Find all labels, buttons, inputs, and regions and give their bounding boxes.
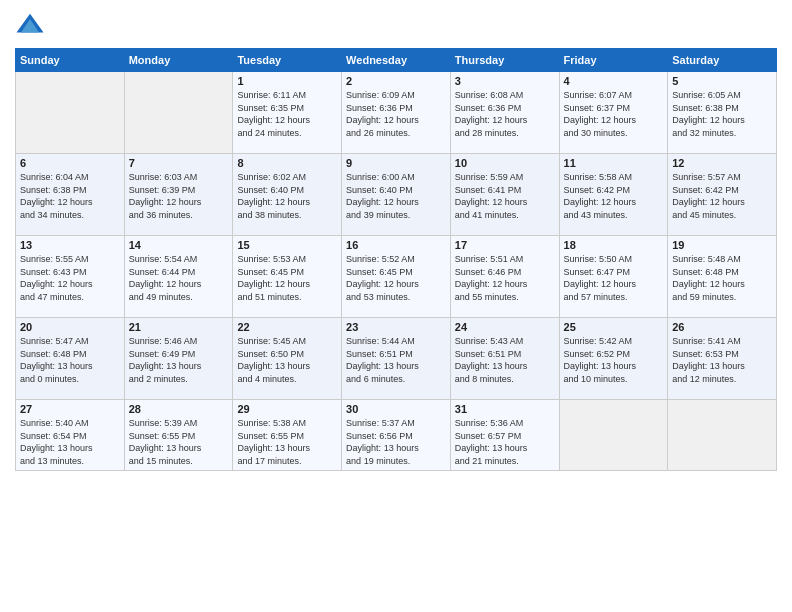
day-info: Sunrise: 5:58 AM Sunset: 6:42 PM Dayligh… <box>564 171 664 221</box>
day-info: Sunrise: 5:44 AM Sunset: 6:51 PM Dayligh… <box>346 335 446 385</box>
day-number: 8 <box>237 157 337 169</box>
day-info: Sunrise: 6:05 AM Sunset: 6:38 PM Dayligh… <box>672 89 772 139</box>
logo <box>15 10 49 40</box>
calendar-cell: 10Sunrise: 5:59 AM Sunset: 6:41 PM Dayli… <box>450 154 559 236</box>
day-number: 22 <box>237 321 337 333</box>
day-info: Sunrise: 6:03 AM Sunset: 6:39 PM Dayligh… <box>129 171 229 221</box>
calendar-cell: 2Sunrise: 6:09 AM Sunset: 6:36 PM Daylig… <box>342 72 451 154</box>
calendar-cell: 15Sunrise: 5:53 AM Sunset: 6:45 PM Dayli… <box>233 236 342 318</box>
calendar-cell: 31Sunrise: 5:36 AM Sunset: 6:57 PM Dayli… <box>450 400 559 471</box>
calendar-cell <box>559 400 668 471</box>
calendar-cell: 6Sunrise: 6:04 AM Sunset: 6:38 PM Daylig… <box>16 154 125 236</box>
day-info: Sunrise: 6:11 AM Sunset: 6:35 PM Dayligh… <box>237 89 337 139</box>
calendar-cell: 8Sunrise: 6:02 AM Sunset: 6:40 PM Daylig… <box>233 154 342 236</box>
day-header-thursday: Thursday <box>450 49 559 72</box>
day-info: Sunrise: 5:59 AM Sunset: 6:41 PM Dayligh… <box>455 171 555 221</box>
calendar-cell: 30Sunrise: 5:37 AM Sunset: 6:56 PM Dayli… <box>342 400 451 471</box>
day-number: 27 <box>20 403 120 415</box>
day-number: 13 <box>20 239 120 251</box>
calendar-cell <box>668 400 777 471</box>
calendar-cell: 16Sunrise: 5:52 AM Sunset: 6:45 PM Dayli… <box>342 236 451 318</box>
calendar-week-row: 6Sunrise: 6:04 AM Sunset: 6:38 PM Daylig… <box>16 154 777 236</box>
day-info: Sunrise: 6:07 AM Sunset: 6:37 PM Dayligh… <box>564 89 664 139</box>
day-number: 24 <box>455 321 555 333</box>
day-info: Sunrise: 5:41 AM Sunset: 6:53 PM Dayligh… <box>672 335 772 385</box>
calendar-cell: 7Sunrise: 6:03 AM Sunset: 6:39 PM Daylig… <box>124 154 233 236</box>
day-number: 9 <box>346 157 446 169</box>
calendar-cell: 18Sunrise: 5:50 AM Sunset: 6:47 PM Dayli… <box>559 236 668 318</box>
day-info: Sunrise: 5:47 AM Sunset: 6:48 PM Dayligh… <box>20 335 120 385</box>
calendar-cell: 20Sunrise: 5:47 AM Sunset: 6:48 PM Dayli… <box>16 318 125 400</box>
calendar-week-row: 27Sunrise: 5:40 AM Sunset: 6:54 PM Dayli… <box>16 400 777 471</box>
day-info: Sunrise: 5:50 AM Sunset: 6:47 PM Dayligh… <box>564 253 664 303</box>
calendar-cell: 21Sunrise: 5:46 AM Sunset: 6:49 PM Dayli… <box>124 318 233 400</box>
day-number: 1 <box>237 75 337 87</box>
day-number: 19 <box>672 239 772 251</box>
day-info: Sunrise: 6:09 AM Sunset: 6:36 PM Dayligh… <box>346 89 446 139</box>
calendar-cell: 28Sunrise: 5:39 AM Sunset: 6:55 PM Dayli… <box>124 400 233 471</box>
day-number: 20 <box>20 321 120 333</box>
day-number: 4 <box>564 75 664 87</box>
day-number: 10 <box>455 157 555 169</box>
day-number: 6 <box>20 157 120 169</box>
day-info: Sunrise: 5:38 AM Sunset: 6:55 PM Dayligh… <box>237 417 337 467</box>
day-number: 25 <box>564 321 664 333</box>
day-number: 15 <box>237 239 337 251</box>
day-info: Sunrise: 6:00 AM Sunset: 6:40 PM Dayligh… <box>346 171 446 221</box>
day-header-friday: Friday <box>559 49 668 72</box>
calendar-cell: 27Sunrise: 5:40 AM Sunset: 6:54 PM Dayli… <box>16 400 125 471</box>
logo-icon <box>15 10 45 40</box>
day-info: Sunrise: 5:54 AM Sunset: 6:44 PM Dayligh… <box>129 253 229 303</box>
calendar-cell: 17Sunrise: 5:51 AM Sunset: 6:46 PM Dayli… <box>450 236 559 318</box>
day-number: 18 <box>564 239 664 251</box>
calendar-cell: 22Sunrise: 5:45 AM Sunset: 6:50 PM Dayli… <box>233 318 342 400</box>
calendar-cell: 3Sunrise: 6:08 AM Sunset: 6:36 PM Daylig… <box>450 72 559 154</box>
day-number: 7 <box>129 157 229 169</box>
calendar-cell: 9Sunrise: 6:00 AM Sunset: 6:40 PM Daylig… <box>342 154 451 236</box>
page: SundayMondayTuesdayWednesdayThursdayFrid… <box>0 0 792 612</box>
calendar-cell <box>124 72 233 154</box>
day-number: 16 <box>346 239 446 251</box>
day-info: Sunrise: 5:42 AM Sunset: 6:52 PM Dayligh… <box>564 335 664 385</box>
day-info: Sunrise: 5:45 AM Sunset: 6:50 PM Dayligh… <box>237 335 337 385</box>
day-number: 3 <box>455 75 555 87</box>
day-number: 5 <box>672 75 772 87</box>
calendar-cell: 24Sunrise: 5:43 AM Sunset: 6:51 PM Dayli… <box>450 318 559 400</box>
day-header-wednesday: Wednesday <box>342 49 451 72</box>
day-info: Sunrise: 5:39 AM Sunset: 6:55 PM Dayligh… <box>129 417 229 467</box>
calendar-cell: 5Sunrise: 6:05 AM Sunset: 6:38 PM Daylig… <box>668 72 777 154</box>
day-info: Sunrise: 5:52 AM Sunset: 6:45 PM Dayligh… <box>346 253 446 303</box>
calendar-week-row: 1Sunrise: 6:11 AM Sunset: 6:35 PM Daylig… <box>16 72 777 154</box>
calendar-cell: 25Sunrise: 5:42 AM Sunset: 6:52 PM Dayli… <box>559 318 668 400</box>
day-info: Sunrise: 6:04 AM Sunset: 6:38 PM Dayligh… <box>20 171 120 221</box>
calendar-cell: 14Sunrise: 5:54 AM Sunset: 6:44 PM Dayli… <box>124 236 233 318</box>
calendar-cell: 23Sunrise: 5:44 AM Sunset: 6:51 PM Dayli… <box>342 318 451 400</box>
day-number: 17 <box>455 239 555 251</box>
day-number: 12 <box>672 157 772 169</box>
day-header-saturday: Saturday <box>668 49 777 72</box>
day-info: Sunrise: 5:48 AM Sunset: 6:48 PM Dayligh… <box>672 253 772 303</box>
day-number: 31 <box>455 403 555 415</box>
day-info: Sunrise: 5:55 AM Sunset: 6:43 PM Dayligh… <box>20 253 120 303</box>
calendar-cell: 12Sunrise: 5:57 AM Sunset: 6:42 PM Dayli… <box>668 154 777 236</box>
day-info: Sunrise: 5:40 AM Sunset: 6:54 PM Dayligh… <box>20 417 120 467</box>
day-number: 29 <box>237 403 337 415</box>
day-number: 26 <box>672 321 772 333</box>
header <box>15 10 777 40</box>
day-header-sunday: Sunday <box>16 49 125 72</box>
day-info: Sunrise: 5:43 AM Sunset: 6:51 PM Dayligh… <box>455 335 555 385</box>
calendar-cell <box>16 72 125 154</box>
day-number: 23 <box>346 321 446 333</box>
day-header-tuesday: Tuesday <box>233 49 342 72</box>
day-header-monday: Monday <box>124 49 233 72</box>
day-info: Sunrise: 6:08 AM Sunset: 6:36 PM Dayligh… <box>455 89 555 139</box>
calendar-cell: 1Sunrise: 6:11 AM Sunset: 6:35 PM Daylig… <box>233 72 342 154</box>
calendar: SundayMondayTuesdayWednesdayThursdayFrid… <box>15 48 777 471</box>
day-number: 28 <box>129 403 229 415</box>
calendar-week-row: 13Sunrise: 5:55 AM Sunset: 6:43 PM Dayli… <box>16 236 777 318</box>
day-number: 11 <box>564 157 664 169</box>
day-number: 21 <box>129 321 229 333</box>
calendar-header-row: SundayMondayTuesdayWednesdayThursdayFrid… <box>16 49 777 72</box>
calendar-cell: 19Sunrise: 5:48 AM Sunset: 6:48 PM Dayli… <box>668 236 777 318</box>
calendar-cell: 29Sunrise: 5:38 AM Sunset: 6:55 PM Dayli… <box>233 400 342 471</box>
